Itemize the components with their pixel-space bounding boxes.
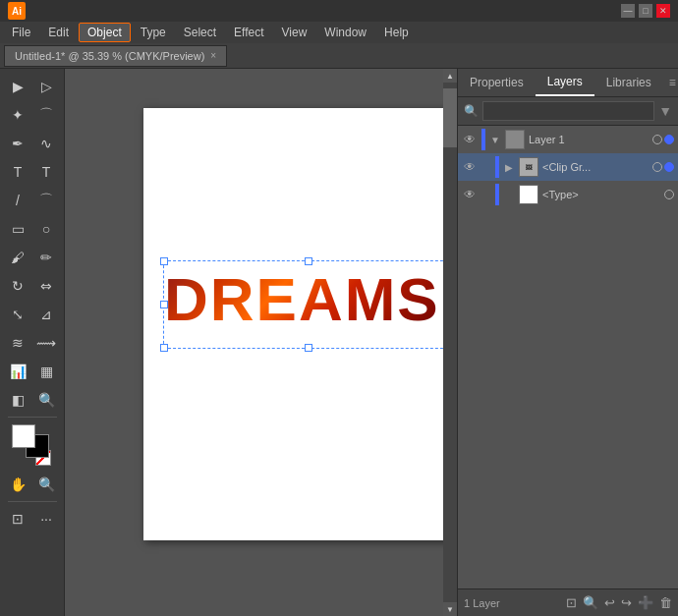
scroll-down-button[interactable]: ▼ (443, 602, 457, 616)
panel-menu-icon[interactable]: ≡ (663, 72, 678, 93)
curvature-tool[interactable]: ∿ (32, 130, 60, 157)
menu-window[interactable]: Window (316, 24, 374, 41)
layer-count-label: 1 Layer (464, 597, 500, 609)
zoom-tool[interactable]: 🔍 (32, 471, 60, 498)
tool-row-3: ✒ ∿ (4, 130, 60, 157)
artboard: DREAMS (143, 108, 457, 540)
lasso-tool[interactable]: ⌒ (32, 101, 60, 129)
layers-search-bar: 🔍 ▼ (458, 97, 678, 126)
width-tool[interactable]: ⟿ (32, 329, 60, 357)
maximize-button[interactable]: □ (639, 4, 652, 18)
layer-color-type (495, 184, 499, 205)
tab-bar: Untitled-1* @ 35.39 % (CMYK/Preview) × (0, 43, 678, 69)
reflect-tool[interactable]: ⇔ (32, 272, 60, 300)
layer-row-layer1[interactable]: 👁 ▼ Layer 1 (458, 126, 678, 153)
close-button[interactable]: ✕ (656, 4, 670, 18)
panel-icon-new-layer[interactable]: ➕ (638, 595, 653, 610)
layer-color-clipgroup (495, 156, 499, 178)
tab-libraries[interactable]: Libraries (594, 70, 663, 95)
menu-type[interactable]: Type (133, 24, 174, 41)
window-controls[interactable]: — □ ✕ (621, 4, 670, 18)
tab-properties[interactable]: Properties (458, 70, 536, 95)
ellipse-tool[interactable]: ○ (32, 215, 60, 243)
scroll-up-button[interactable]: ▲ (443, 69, 457, 83)
touch-type-tool[interactable]: T (32, 158, 60, 186)
tab-close-button[interactable]: × (210, 50, 216, 61)
layer-target-type[interactable] (664, 190, 674, 199)
layer-name-layer1: Layer 1 (529, 134, 649, 145)
more-tools[interactable]: ··· (32, 505, 60, 532)
graph-tool[interactable]: 📊 (4, 358, 31, 385)
paintbrush-tool[interactable]: 🖌 (4, 244, 31, 271)
dreams-selection-box[interactable]: DREAMS (163, 260, 453, 349)
menu-effect[interactable]: Effect (226, 24, 271, 41)
menu-select[interactable]: Select (176, 24, 224, 41)
rotate-tool[interactable]: ↻ (4, 272, 31, 300)
tab-layers[interactable]: Layers (536, 69, 594, 96)
visibility-icon-type[interactable]: 👁 (462, 187, 478, 202)
filter-icon[interactable]: ▼ (658, 103, 672, 119)
select-tool[interactable]: ▶ (4, 73, 31, 100)
layer-thumb-clipgroup: 🖼 (519, 157, 538, 177)
scale-tool[interactable]: ⤡ (4, 301, 31, 328)
shear-tool[interactable]: ⊿ (32, 301, 60, 328)
menu-object[interactable]: Object (79, 23, 131, 42)
panel-icon-locate[interactable]: ⊡ (566, 595, 577, 610)
menu-edit[interactable]: Edit (40, 24, 77, 41)
handle-top-middle[interactable] (305, 257, 312, 265)
layers-search-input[interactable] (482, 101, 654, 121)
tool-row-5: / ⌒ (4, 187, 60, 214)
expand-arrow-type (503, 189, 515, 200)
panel-icon-delete[interactable]: 🗑 (659, 595, 672, 610)
artboard-tool[interactable]: ⊡ (4, 505, 31, 532)
warp-tool[interactable]: ≋ (4, 329, 31, 357)
layer-row-type[interactable]: 👁 <Type> (458, 181, 678, 208)
hand-tool[interactable]: ✋ (4, 471, 31, 498)
line-tool[interactable]: / (4, 187, 31, 214)
blob-brush-tool[interactable]: ✏ (32, 244, 60, 271)
gradient-tool[interactable]: ◧ (4, 386, 31, 414)
handle-middle-left[interactable] (160, 301, 168, 308)
canvas-area[interactable]: DREAMS ▲ ▼ (65, 69, 457, 616)
canvas-scrollbar-vertical[interactable]: ▲ ▼ (443, 69, 457, 616)
expand-arrow-clipgroup[interactable]: ▶ (503, 161, 515, 173)
color-swatches[interactable] (8, 424, 57, 466)
layer-select-clipgroup[interactable] (664, 162, 674, 172)
menu-file[interactable]: File (4, 24, 38, 41)
handle-top-left[interactable] (160, 257, 168, 265)
search-icon: 🔍 (464, 104, 479, 118)
foreground-color-swatch[interactable] (12, 424, 35, 448)
pen-tool[interactable]: ✒ (4, 130, 31, 157)
minimize-button[interactable]: — (621, 4, 635, 18)
expand-arrow-layer1[interactable]: ▼ (489, 134, 501, 145)
layer-icons-layer1 (652, 135, 674, 144)
panel-icon-search[interactable]: 🔍 (583, 595, 598, 610)
tool-row-10: ≋ ⟿ (4, 329, 60, 357)
right-panel: Properties Layers Libraries ≡ 🔍 ▼ 👁 ▼ La… (457, 69, 678, 616)
scroll-thumb[interactable] (443, 88, 457, 147)
magic-wand-tool[interactable]: ✦ (4, 101, 31, 129)
layer-target-layer1[interactable] (652, 135, 662, 144)
column-graph-tool[interactable]: ▦ (32, 358, 60, 385)
document-tab[interactable]: Untitled-1* @ 35.39 % (CMYK/Preview) × (4, 45, 227, 67)
eyedropper-tool[interactable]: 🔍 (32, 386, 60, 414)
panel-tabs: Properties Layers Libraries ≡ (458, 69, 678, 97)
handle-bottom-middle[interactable] (305, 344, 312, 352)
panel-icon-redo[interactable]: ↪ (621, 595, 632, 610)
arc-tool[interactable]: ⌒ (32, 187, 60, 214)
layer-thumb-type (519, 185, 538, 204)
layer-row-clipgroup[interactable]: 👁 ▶ 🖼 <Clip Gr... (458, 153, 678, 181)
layer-select-layer1[interactable] (664, 135, 674, 144)
menu-help[interactable]: Help (376, 24, 417, 41)
type-tool[interactable]: T (4, 158, 31, 186)
visibility-icon-clipgroup[interactable]: 👁 (462, 159, 478, 175)
tool-row-4: T T (4, 158, 60, 186)
rect-tool[interactable]: ▭ (4, 215, 31, 243)
menu-view[interactable]: View (274, 24, 315, 41)
handle-bottom-left[interactable] (160, 344, 168, 352)
panel-icon-undo[interactable]: ↩ (604, 595, 615, 610)
layer-target-clipgroup[interactable] (652, 162, 662, 172)
direct-select-tool[interactable]: ▷ (32, 73, 60, 100)
tool-row-9: ⤡ ⊿ (4, 301, 60, 328)
visibility-icon-layer1[interactable]: 👁 (462, 132, 478, 147)
